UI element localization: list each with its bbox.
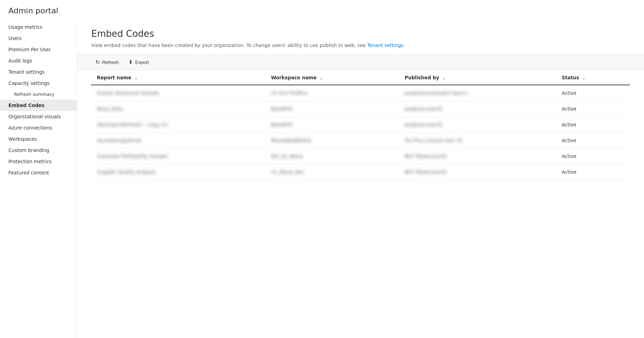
table-row[interactable]: Human Resources Samplev3 10.0 ProPluspro…: [91, 85, 630, 101]
cell-published_by: Pro Plus License User 31: [399, 133, 556, 148]
main-content: Embed Codes View embed codes that have b…: [77, 19, 644, 338]
tenant-settings-link[interactable]: Tenant settings: [367, 42, 403, 48]
sidebar-item-featured-content[interactable]: Featured content: [0, 167, 77, 178]
page-title: Embed Codes: [91, 28, 630, 39]
col-header-published-by[interactable]: Published by ⌄: [399, 71, 556, 85]
toolbar: ↻ Refresh ⬇ Export: [77, 54, 644, 71]
embed-codes-table-wrapper: Report name ⌄Workspace name ⌄Published b…: [77, 71, 644, 338]
table-row[interactable]: Nasa_DataBetaWS5proplusicuser32Active: [91, 101, 630, 117]
embed-codes-table: Report name ⌄Workspace name ⌄Published b…: [91, 71, 630, 180]
sidebar-item-protection-metrics[interactable]: Protection metrics: [0, 156, 77, 167]
sidebar-item-organizational-visuals[interactable]: Organizational visuals: [0, 111, 77, 122]
sidebar-item-workspaces[interactable]: Workspaces: [0, 133, 77, 145]
export-icon: ⬇: [128, 59, 133, 65]
table-body: Human Resources Samplev3 10.0 ProPluspro…: [91, 85, 630, 180]
cell-report_name: Customer Profitability Sample: [91, 148, 265, 164]
cell-workspace_name: BetaWS5: [265, 117, 399, 133]
cell-report_name: Human Resources Sample: [91, 85, 265, 101]
page-description: View embed codes that have been created …: [91, 42, 630, 48]
cell-report_name: Nasa_Data: [91, 101, 265, 117]
cell-published_by: proplusicuser32: [399, 101, 556, 117]
sidebar-item-embed-codes[interactable]: Embed Codes: [0, 100, 77, 111]
table-header: Report name ⌄Workspace name ⌄Published b…: [91, 71, 630, 85]
sidebar-item-premium-per-user[interactable]: Premium Per User: [0, 44, 77, 55]
cell-report_name: Supplier Quality Analysis: [91, 164, 265, 180]
sidebar: Usage metricsUsersPremium Per UserAudit …: [0, 19, 77, 338]
sidebar-item-azure-connections[interactable]: Azure connections: [0, 122, 77, 133]
sidebar-item-custom-branding[interactable]: Custom branding: [0, 145, 77, 156]
table-row[interactable]: SQLImportRefresh1 - Copy (2)BetaWS5propl…: [91, 117, 630, 133]
col-header-workspace-name[interactable]: Workspace name ⌄: [265, 71, 399, 85]
cell-status: Active: [556, 85, 630, 101]
export-button[interactable]: ⬇ Export: [124, 57, 153, 67]
table-row[interactable]: AzureDevopsSmallIRUseableBIkTestPro Plus…: [91, 133, 630, 148]
refresh-icon: ↻: [95, 59, 100, 65]
sidebar-item-tenant-settings[interactable]: Tenant settings: [0, 66, 77, 78]
cell-published_by: proplusicuser32: [399, 117, 556, 133]
cell-published_by: proplusicenseuser2 Sara S: [399, 85, 556, 101]
col-header-report-name[interactable]: Report name ⌄: [91, 71, 265, 85]
cell-workspace_name: BetaWS5: [265, 101, 399, 117]
cell-status: Active: [556, 101, 630, 117]
cell-report_name: SQLImportRefresh1 - Copy (2): [91, 117, 265, 133]
sort-icon-report-name: ⌄: [134, 76, 138, 80]
cell-workspace_name: v3 10.0 ProPlus: [265, 85, 399, 101]
main-header: Embed Codes View embed codes that have b…: [77, 19, 644, 54]
table-row[interactable]: Customer Profitability SampleWS_V2_Maria…: [91, 148, 630, 164]
cell-published_by: BVT TestAccount1: [399, 148, 556, 164]
sort-icon-published-by: ⌄: [442, 76, 445, 80]
cell-workspace_name: WS_V2_Maria: [265, 148, 399, 164]
cell-status: Active: [556, 133, 630, 148]
app-title: Admin portal: [0, 0, 644, 19]
cell-workspace_name: V1_Maria_Dec: [265, 164, 399, 180]
sort-icon-status: ⌄: [582, 76, 585, 80]
sidebar-item-users[interactable]: Users: [0, 33, 77, 44]
sidebar-item-capacity-settings[interactable]: Capacity settings: [0, 78, 77, 89]
sidebar-item-audit-logs[interactable]: Audit logs: [0, 55, 77, 66]
table-row[interactable]: Supplier Quality AnalysisV1_Maria_DecBVT…: [91, 164, 630, 180]
cell-report_name: AzureDevopsSmall: [91, 133, 265, 148]
col-header-status[interactable]: Status ⌄: [556, 71, 630, 85]
cell-status: Active: [556, 164, 630, 180]
cell-status: Active: [556, 117, 630, 133]
sidebar-item-refresh-summary[interactable]: Refresh summary: [0, 89, 77, 100]
cell-status: Active: [556, 148, 630, 164]
cell-workspace_name: IRUseableBIkTest: [265, 133, 399, 148]
sort-icon-workspace-name: ⌄: [320, 76, 323, 80]
cell-published_by: BVT TestAccount2: [399, 164, 556, 180]
refresh-button[interactable]: ↻ Refresh: [91, 57, 123, 67]
sidebar-item-usage-metrics[interactable]: Usage metrics: [0, 21, 77, 33]
